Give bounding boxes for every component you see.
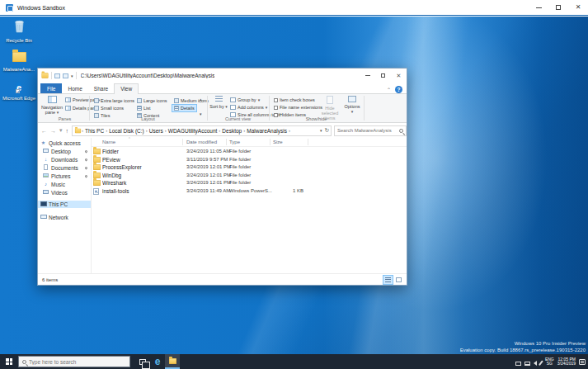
file-type: File folder (229, 156, 272, 164)
details-pane-icon (65, 106, 71, 111)
details-view-toggle[interactable] (383, 276, 393, 284)
tray-display-icon[interactable] (524, 354, 530, 369)
file-row-windbg[interactable]: WinDbg 3/24/2019 12:01 PM File folder (92, 172, 402, 180)
taskbar-file-explorer-button[interactable] (165, 354, 180, 369)
column-divider[interactable] (226, 139, 227, 145)
tab-view[interactable]: View (114, 83, 139, 94)
desktop-wallpaper[interactable]: Recycle Bin MalwareAna... e↗ Microsoft E… (0, 17, 588, 354)
qat-customize-chevron-icon[interactable]: ▾ (71, 73, 73, 78)
language-indicator[interactable]: ENG SG (545, 357, 554, 367)
group-by-icon (230, 97, 236, 102)
item-check-boxes-checkbox[interactable]: Item check boxes (274, 97, 315, 102)
up-button[interactable]: ↑ (66, 128, 69, 134)
tab-share[interactable]: Share (88, 84, 114, 93)
column-divider[interactable] (270, 139, 270, 145)
clock[interactable]: 12:05 PM 3/24/2019 (557, 357, 576, 367)
sidebar-item-quick-access[interactable]: ★ Quick access (38, 140, 91, 147)
sidebar-item-pictures[interactable]: Pictures (38, 173, 91, 180)
layout-details[interactable]: Details (172, 105, 196, 111)
layout-small-icons[interactable]: Small icons (92, 105, 125, 111)
desktop-icon-label: MalwareAna... (2, 67, 36, 73)
explorer-minimize-button[interactable] (360, 69, 375, 83)
qat-properties-icon[interactable] (54, 73, 60, 78)
desktop-icon-malware-folder[interactable]: MalwareAna... (2, 50, 36, 73)
layout-large-icons[interactable]: Large icons (135, 97, 168, 104)
breadcrumb-desktop[interactable]: Desktop (220, 128, 243, 134)
tray-ethernet-icon[interactable] (515, 354, 521, 369)
column-header-date-modified[interactable]: Date modified (186, 138, 217, 146)
breadcrumb-users[interactable]: Users (148, 128, 165, 134)
hide-selected-items-button[interactable]: Hide selected items (318, 96, 341, 118)
sidebar-item-documents[interactable]: Documents (38, 164, 91, 172)
qat-new-folder-icon[interactable] (63, 73, 68, 78)
task-view-button[interactable] (135, 354, 150, 369)
file-name-extensions-checkbox[interactable]: File name extensions (274, 105, 322, 110)
explorer-maximize-button[interactable] (375, 69, 391, 83)
sidebar-item-this-pc[interactable]: This PC (38, 201, 91, 208)
taskbar-search-box[interactable] (18, 356, 130, 367)
download-icon: ↓ (43, 157, 49, 163)
thumbnail-view-toggle[interactable] (394, 276, 403, 284)
action-center-icon[interactable] (579, 359, 586, 365)
sidebar-item-network[interactable]: Network (38, 214, 91, 221)
sort-by-button[interactable]: Sort by ▾ (209, 96, 228, 118)
start-button[interactable] (0, 354, 18, 369)
back-button[interactable]: ← (41, 128, 47, 134)
recent-locations-chevron-icon[interactable]: ▾ (59, 127, 63, 134)
desktop-icon-recycle-bin[interactable]: Recycle Bin (2, 19, 36, 44)
close-button[interactable]: ✕ (568, 0, 588, 16)
breadcrumb[interactable]: › This PC› Local Disk (C:)› Users› WDAGU… (72, 125, 332, 136)
file-date-modified: 3/24/2019 12:01 PM (186, 179, 232, 187)
explorer-close-button[interactable]: ✕ (391, 69, 407, 83)
file-row-install-tools[interactable]: install-tools 3/24/2019 11:49 AM Windows… (92, 187, 402, 196)
tab-home[interactable]: Home (62, 84, 87, 93)
layout-scroll-up-icon[interactable]: ▴ (200, 97, 202, 102)
taskbar-search-input[interactable] (29, 359, 126, 365)
options-button[interactable]: Options ▾ (343, 96, 361, 118)
layout-medium-icons[interactable]: Medium icons (172, 97, 210, 104)
desktop-icon-microsoft-edge[interactable]: e↗ Microsoft Edge (2, 79, 36, 102)
file-row-fiddler[interactable]: Fiddler 3/24/2019 11:05 AM File folder (92, 148, 402, 156)
tab-file[interactable]: File (40, 83, 62, 93)
sidebar-item-downloads[interactable]: ↓ Downloads (38, 156, 91, 163)
tray-pen-icon[interactable] (540, 354, 542, 369)
taskbar-edge-button[interactable]: e (150, 354, 165, 369)
tray-volume-icon[interactable] (534, 354, 537, 369)
minimize-button[interactable] (529, 0, 548, 16)
explorer-search-box[interactable] (334, 125, 407, 136)
add-columns-button[interactable]: Add columns ▾ (230, 105, 267, 110)
details-icon (174, 106, 179, 111)
folder-icon (93, 164, 101, 170)
sort-by-icon (215, 96, 223, 102)
layout-group-label: Layout (89, 116, 207, 121)
layout-extra-large-icons[interactable]: Extra large icons (92, 97, 136, 104)
navigation-pane-button[interactable]: Navigation pane ▾ (40, 96, 64, 118)
explorer-search-input[interactable] (337, 128, 399, 133)
breadcrumb-wdag-account[interactable]: WDAGUtilityAccount (167, 128, 219, 134)
file-row-peview[interactable]: PEview 3/11/2019 9:57 PM File folder (92, 156, 402, 164)
sidebar-item-music[interactable]: ♪ Music (38, 181, 91, 188)
windows-logo-icon (6, 358, 12, 365)
collapse-ribbon-icon[interactable]: ⌃ (387, 87, 391, 92)
address-dropdown-chevron-icon[interactable]: ▾ (320, 128, 322, 133)
column-header-name[interactable]: Name (102, 138, 115, 146)
breadcrumb-this-pc[interactable]: This PC (83, 128, 106, 134)
column-header-type[interactable]: Type (229, 138, 240, 146)
help-icon[interactable]: ? (395, 86, 402, 93)
layout-list[interactable]: List (135, 105, 153, 111)
forward-button[interactable]: → (50, 128, 56, 134)
refresh-icon[interactable]: ↻ (325, 127, 329, 134)
group-by-button[interactable]: Group by ▾ (230, 97, 260, 102)
column-header-size[interactable]: Size (273, 138, 283, 146)
breadcrumb-local-disk[interactable]: Local Disk (C:) (107, 128, 146, 134)
file-row-processexplorer[interactable]: ProcessExplorer 3/24/2019 12:01 PM File … (92, 163, 402, 172)
file-row-wireshark[interactable]: Wireshark 3/24/2019 12:01 PM File folder (92, 179, 402, 187)
column-divider[interactable] (182, 139, 183, 145)
sidebar-item-desktop[interactable]: Desktop (38, 148, 91, 155)
maximize-button[interactable] (548, 0, 568, 16)
column-divider[interactable] (308, 139, 308, 145)
edge-icon: e (155, 357, 161, 367)
breadcrumb-malware-analysis[interactable]: MalwareAnalysis (245, 128, 289, 134)
hide-selected-items-icon (327, 96, 333, 104)
sidebar-item-videos[interactable]: Videos (38, 189, 91, 196)
